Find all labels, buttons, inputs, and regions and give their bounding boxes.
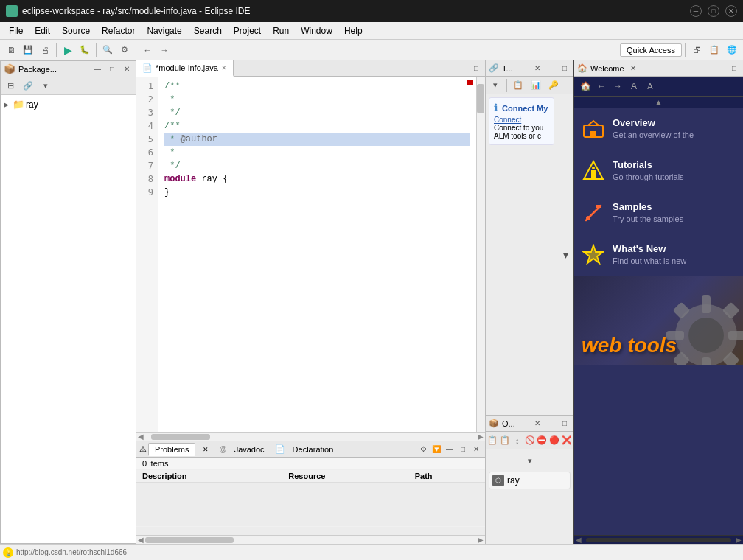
o-panel-tb1[interactable]: 📋: [487, 433, 498, 449]
close-button[interactable]: ✕: [725, 5, 737, 17]
tab-problems-close[interactable]: ✕: [197, 444, 214, 455]
tab-declaration[interactable]: Declaration: [287, 444, 340, 455]
o-panel-tb4[interactable]: 🚫: [524, 433, 535, 449]
code-editor[interactable]: 1 2 3 4 5 6 7 8 9 /** * */: [136, 77, 485, 432]
welcome-nav-fwd[interactable]: ←: [593, 78, 610, 94]
editor-tab-close[interactable]: ✕: [221, 64, 227, 71]
welcome-maximize[interactable]: □: [728, 63, 740, 74]
welcome-nav-A2[interactable]: A: [642, 78, 658, 94]
t-panel-minimize[interactable]: —: [546, 63, 558, 74]
package-explorer-minimize[interactable]: —: [91, 63, 103, 75]
o-panel-tb2[interactable]: 📋: [500, 433, 511, 449]
o-panel-tb7[interactable]: ❌: [561, 433, 572, 449]
problems-scrollbar-h[interactable]: ◀ ▶: [136, 535, 485, 544]
tb-save-btn[interactable]: 💾: [20, 42, 36, 58]
welcome-item-tutorials[interactable]: Tutorials Go through tutorials: [574, 150, 743, 192]
quick-access-button[interactable]: Quick Access: [620, 43, 682, 57]
pkg-collapse-btn[interactable]: ⊟: [2, 78, 18, 94]
o-panel-maximize[interactable]: □: [559, 418, 571, 430]
pkg-link-btn[interactable]: 🔗: [20, 78, 36, 94]
minimize-button[interactable]: ─: [690, 5, 702, 17]
menu-help[interactable]: Help: [338, 24, 369, 38]
problems-minimize[interactable]: —: [444, 444, 456, 455]
welcome-close[interactable]: ✕: [627, 63, 639, 74]
tree-item-ray[interactable]: ▶ 📁 ray: [4, 98, 133, 111]
problems-settings-btn[interactable]: ⚙: [417, 444, 429, 455]
tb-back-btn[interactable]: ←: [139, 42, 156, 58]
col-path[interactable]: Path: [409, 470, 485, 483]
tb-ref-btn[interactable]: ⚙: [116, 42, 133, 58]
welcome-scrollbar-h[interactable]: ◀ ▶: [574, 535, 743, 544]
editor-tab-module-info[interactable]: 📄 *module-info.java ✕: [136, 60, 234, 77]
editor-scrollbar-v[interactable]: [476, 77, 485, 432]
editor-scrollbar-h[interactable]: ◀ ▶: [136, 432, 485, 441]
t-panel-maximize[interactable]: □: [559, 63, 571, 74]
t-panel-tb2[interactable]: 📋: [510, 77, 526, 94]
welcome-scroll-left[interactable]: ◀: [574, 536, 583, 544]
tb-fwd-btn[interactable]: →: [156, 42, 172, 58]
pkg-menu-btn[interactable]: ▾: [38, 78, 54, 94]
menu-project[interactable]: Project: [228, 24, 267, 38]
t-panel-tb1[interactable]: ▾: [487, 77, 503, 94]
tb-print-btn[interactable]: 🖨: [37, 42, 53, 58]
welcome-minimize[interactable]: —: [716, 63, 728, 74]
package-explorer-maximize[interactable]: □: [106, 63, 118, 75]
t-panel-tb3[interactable]: 📊: [528, 77, 544, 94]
t-panel-close-tab[interactable]: ✕: [531, 63, 543, 74]
tab-javadoc[interactable]: Javadoc: [229, 444, 271, 455]
tb-perspective2-btn[interactable]: 📋: [706, 42, 722, 58]
editor-maximize[interactable]: □: [470, 63, 482, 74]
menu-edit[interactable]: Edit: [29, 24, 56, 38]
menu-source[interactable]: Source: [56, 24, 96, 38]
tb-perspective3-btn[interactable]: 🌐: [724, 42, 740, 58]
menu-file[interactable]: File: [3, 24, 29, 38]
o-panel-minimize[interactable]: —: [546, 418, 558, 430]
scroll-left-btn[interactable]: ◀: [138, 433, 144, 441]
o-panel-tb3[interactable]: ↕: [512, 433, 523, 449]
problems-maximize[interactable]: □: [457, 444, 469, 455]
welcome-item-samples[interactable]: Samples Try out the samples: [574, 192, 743, 234]
problems-scroll-left[interactable]: ◀: [138, 536, 144, 544]
web-tools-area: web tools: [574, 276, 743, 365]
welcome-scroll-area[interactable]: Overview Get an overview of the: [574, 108, 743, 535]
welcome-nav-back[interactable]: 🏠: [577, 78, 593, 94]
editor-minimize[interactable]: —: [458, 63, 470, 74]
o-panel-close-tab[interactable]: ✕: [531, 418, 543, 430]
h-scroll-thumb[interactable]: [151, 434, 210, 440]
menu-run[interactable]: Run: [267, 24, 295, 38]
package-explorer-close[interactable]: ✕: [121, 63, 133, 75]
menu-refactor[interactable]: Refactor: [96, 24, 141, 38]
scrollbar-thumb[interactable]: [477, 84, 484, 113]
welcome-item-whats-new[interactable]: What's New Find out what is new: [574, 234, 743, 276]
tb-search-btn[interactable]: 🔍: [100, 42, 116, 58]
welcome-scroll-up[interactable]: ▲: [574, 97, 743, 108]
tb-debug-btn[interactable]: 🐛: [77, 42, 93, 58]
menu-search[interactable]: Search: [188, 24, 228, 38]
col-description[interactable]: Description: [136, 470, 282, 483]
scroll-right-btn[interactable]: ▶: [478, 433, 484, 441]
t-panel-tb4[interactable]: 🔑: [545, 77, 562, 94]
connect-link[interactable]: Connect: [494, 116, 521, 124]
maximize-button[interactable]: □: [708, 5, 719, 17]
problems-close[interactable]: ✕: [470, 444, 482, 455]
problems-filter-btn[interactable]: 🔽: [430, 444, 442, 455]
menu-window[interactable]: Window: [295, 24, 338, 38]
tab-problems[interactable]: Problems: [148, 443, 195, 456]
ray-item[interactable]: ⬡ ray: [489, 472, 571, 489]
t-panel-expand-btn[interactable]: ▾: [557, 247, 573, 263]
o-panel-tb6[interactable]: 🔴: [549, 433, 560, 449]
menu-navigate[interactable]: Navigate: [141, 24, 187, 38]
tb-run-btn[interactable]: ▶: [60, 42, 76, 58]
tb-new-btn[interactable]: 🖹: [3, 42, 19, 58]
problems-scroll-thumb[interactable]: [145, 537, 234, 543]
code-content[interactable]: /** * */ /** * @author * */ module ray {…: [158, 77, 476, 432]
o-panel-tb5[interactable]: ⛔: [537, 433, 548, 449]
o-panel-down-btn[interactable]: ▾: [522, 452, 538, 469]
welcome-scroll-right[interactable]: ▶: [734, 536, 743, 544]
col-resource[interactable]: Resource: [282, 470, 408, 483]
problems-scroll-right[interactable]: ▶: [478, 536, 484, 544]
welcome-nav-home[interactable]: →: [610, 78, 626, 94]
tb-perspective-btn[interactable]: 🗗: [688, 42, 705, 58]
welcome-item-overview[interactable]: Overview Get an overview of the: [574, 108, 743, 150]
welcome-nav-A1[interactable]: A: [626, 78, 642, 94]
